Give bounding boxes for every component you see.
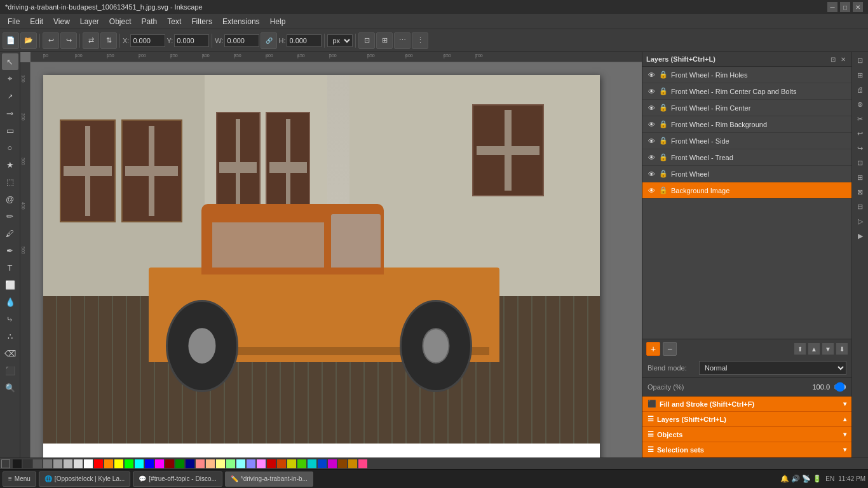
eye-icon[interactable]: 👁 — [646, 152, 656, 163]
tool-gradient[interactable]: ⬜ — [2, 276, 18, 293]
layer-to-bottom-button[interactable]: ⬇ — [836, 343, 848, 355]
add-layer-button[interactable]: + — [646, 342, 660, 356]
selection-sets-panel[interactable]: ☰ Selection sets ▾ — [642, 442, 851, 458]
strip-btn-8[interactable]: ⊡ — [853, 156, 867, 170]
layer-item[interactable]: 👁 🔒 Front Wheel - Rim Center Cap and Bol… — [642, 83, 851, 100]
tool-connector[interactable]: ⤷ — [2, 311, 18, 327]
strip-btn-13[interactable]: ▶ — [853, 229, 867, 243]
tool-spray[interactable]: ∴ — [2, 328, 18, 344]
strip-btn-2[interactable]: ⊞ — [853, 68, 867, 82]
tool-pen[interactable]: 🖊 — [2, 225, 18, 241]
tool-zoom2[interactable]: 🔍 — [2, 379, 18, 396]
lock-icon[interactable]: 🔒 — [658, 186, 668, 196]
toolbar-x-input[interactable] — [130, 34, 165, 47]
color-swatch-red[interactable] — [94, 459, 103, 468]
eye-icon[interactable]: 👁 — [646, 86, 656, 97]
layer-up-button[interactable]: ▲ — [808, 343, 820, 355]
tool-eraser[interactable]: ⌫ — [2, 345, 18, 362]
color-swatch-lightgray[interactable] — [53, 459, 62, 468]
strip-btn-11[interactable]: ⊟ — [853, 200, 867, 214]
taskbar-menu[interactable]: ≡ Menu — [3, 471, 36, 487]
tool-star[interactable]: ★ — [2, 156, 18, 173]
menu-path[interactable]: Path — [137, 16, 163, 27]
toolbar-w-input[interactable] — [224, 34, 259, 47]
maximize-button[interactable]: □ — [840, 2, 850, 12]
menu-filters[interactable]: Filters — [186, 16, 217, 27]
taskbar-browser[interactable]: 🌐 [Oppositelock | Kyle La... — [39, 471, 130, 487]
toolbar-flip-h[interactable]: ⇄ — [83, 32, 99, 49]
tool-paint-bucket[interactable]: ⬛ — [2, 362, 18, 379]
layer-item[interactable]: 👁 🔒 Front Wheel - Rim Holes — [642, 67, 851, 83]
strip-btn-6[interactable]: ↩ — [853, 126, 867, 140]
color-swatch-blue[interactable] — [145, 459, 154, 468]
color-swatch-lightred[interactable] — [196, 459, 205, 468]
toolbar-align[interactable]: ⊞ — [376, 32, 393, 49]
lock-icon[interactable]: 🔒 — [658, 103, 668, 113]
toolbar-more[interactable]: ⋮ — [412, 32, 428, 49]
strip-btn-12[interactable]: ▷ — [853, 214, 867, 228]
lock-icon[interactable]: 🔒 — [658, 169, 668, 179]
menu-extensions[interactable]: Extensions — [217, 16, 265, 27]
eye-icon[interactable]: 👁 — [646, 70, 656, 80]
color-swatch-periwinkle[interactable] — [247, 459, 255, 468]
strip-btn-1[interactable]: ⊡ — [853, 53, 867, 67]
tool-3d[interactable]: ⬚ — [2, 173, 18, 190]
tool-select[interactable]: ↖ — [2, 53, 18, 70]
strip-btn-5[interactable]: ✂ — [853, 112, 867, 126]
menu-text[interactable]: Text — [162, 16, 186, 27]
color-swatch-gray[interactable] — [33, 459, 42, 468]
color-swatch-hotpink[interactable] — [358, 459, 367, 468]
layer-down-button[interactable]: ▼ — [822, 343, 834, 355]
strip-btn-4[interactable]: ⊗ — [853, 97, 867, 111]
tool-dropper[interactable]: 💧 — [2, 294, 18, 310]
fill-stroke-panel[interactable]: ⬛ Fill and Stroke (Shift+Ctrl+F) ▾ — [642, 396, 851, 412]
canvas-container[interactable] — [31, 62, 642, 458]
color-swatch-peach[interactable] — [206, 459, 215, 468]
toolbar-transform[interactable]: ⊡ — [358, 32, 375, 49]
color-swatch-brown-orange[interactable] — [277, 459, 286, 468]
toolbar-new[interactable]: 📄 — [3, 32, 19, 49]
strip-btn-9[interactable]: ⊞ — [853, 170, 867, 184]
color-swatch-orange[interactable] — [104, 459, 113, 468]
transparent-color[interactable] — [1, 459, 10, 468]
lock-icon[interactable]: 🔒 — [658, 86, 668, 97]
menu-layer[interactable]: Layer — [75, 16, 104, 27]
color-swatch-crimson[interactable] — [267, 459, 276, 468]
toolbar-y-input[interactable] — [174, 34, 209, 47]
strip-btn-10[interactable]: ⊠ — [853, 185, 867, 199]
blend-mode-select[interactable]: Normal Multiply Screen Overlay — [699, 361, 846, 375]
remove-layer-button[interactable]: − — [663, 342, 677, 356]
color-swatch-brown[interactable] — [338, 459, 347, 468]
objects-panel[interactable]: ☰ Objects ▾ — [642, 427, 851, 442]
layer-item[interactable]: 👁 🔒 Front Wheel - Tread — [642, 149, 851, 166]
tool-text[interactable]: T — [2, 259, 18, 276]
color-swatch-midgray[interactable] — [43, 459, 52, 468]
layer-item[interactable]: 👁 🔒 Front Wheel — [642, 166, 851, 182]
eye-icon[interactable]: 👁 — [646, 169, 656, 179]
toolbar-nodes[interactable]: ⋯ — [394, 32, 410, 49]
tool-zoom[interactable]: ↗ — [2, 88, 18, 104]
eye-icon[interactable]: 👁 — [646, 103, 656, 113]
color-swatch-tan[interactable] — [348, 459, 357, 468]
toolbar-flip-v[interactable]: ⇅ — [100, 32, 117, 49]
toolbar-redo[interactable]: ↪ — [60, 32, 77, 49]
color-swatch-lime[interactable] — [297, 459, 306, 468]
layers-list[interactable]: 👁 🔒 Front Wheel - Rim Holes 👁 🔒 Front Wh… — [642, 67, 851, 339]
taskbar-inkscape[interactable]: ✏️ *driving-a-trabant-in-b... — [225, 471, 313, 487]
color-swatch-purple[interactable] — [328, 459, 337, 468]
color-swatch-magenta[interactable] — [155, 459, 164, 468]
layers-panel-detach[interactable]: ⊡ — [829, 55, 837, 64]
layer-to-top-button[interactable]: ⬆ — [794, 343, 806, 355]
lock-icon[interactable]: 🔒 — [658, 136, 668, 146]
color-swatch-lightyellow[interactable] — [216, 459, 225, 468]
canvas-area[interactable]: 50 100 150 200 250 300 350 400 450 500 5… — [20, 52, 642, 458]
eye-icon[interactable]: 👁 — [646, 186, 656, 196]
color-swatch-yellow[interactable] — [114, 459, 123, 468]
tool-measure[interactable]: ⊸ — [2, 105, 18, 121]
menu-object[interactable]: Object — [104, 16, 137, 27]
color-swatch-cyan[interactable] — [135, 459, 144, 468]
toolbar-undo[interactable]: ↩ — [43, 32, 59, 49]
color-swatch-olive[interactable] — [287, 459, 296, 468]
opacity-stepper-down[interactable] — [834, 381, 846, 393]
strip-btn-3[interactable]: 🖨 — [853, 83, 867, 97]
